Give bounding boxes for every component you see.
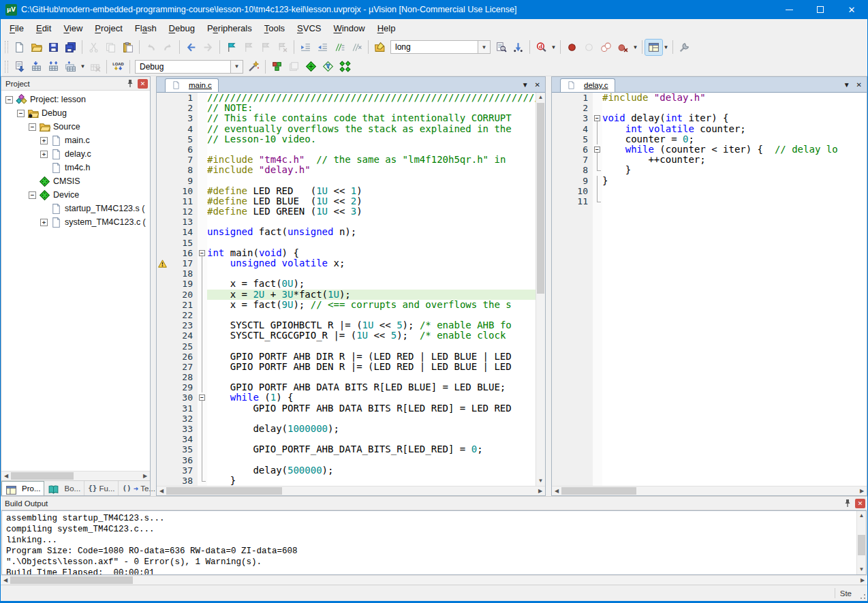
- target-combobox-dropdown-icon[interactable]: ▼: [230, 60, 243, 74]
- nav-forward-icon[interactable]: [200, 40, 217, 55]
- scroll-up-icon[interactable]: ▲: [536, 93, 545, 102]
- code-line[interactable]: 4 int volatile counter;: [552, 124, 867, 134]
- expand-icon[interactable]: +: [40, 151, 48, 158]
- editor-main-hscrollbar[interactable]: ◀ ▶: [157, 486, 545, 495]
- code-line[interactable]: 26 GPIO_PORTF_AHB_DIR_R |= (LED_RED | LE…: [157, 352, 536, 362]
- scroll-down-icon[interactable]: ▼: [857, 565, 866, 574]
- nav-back-icon[interactable]: [183, 40, 200, 55]
- resize-grip[interactable]: [856, 585, 867, 601]
- code-line[interactable]: 31 GPIO_PORTF_AHB_DATA_BITS_R[LED_RED] =…: [157, 403, 536, 414]
- minimize-button[interactable]: [773, 0, 805, 19]
- rebuild-icon[interactable]: [45, 59, 62, 74]
- code-line[interactable]: 5 counter = 0;: [552, 134, 867, 144]
- code-line[interactable]: 30− while (1) {: [157, 392, 536, 403]
- code-text[interactable]: SYSCTL_GPIOHBCTL_R |= (1U << 5); /* enab…: [207, 320, 536, 330]
- panel-tab-project[interactable]: Pro...: [1, 481, 44, 495]
- code-line[interactable]: 34: [157, 434, 536, 444]
- panel-tab-functions[interactable]: {}Fu...: [84, 481, 119, 495]
- code-line[interactable]: 3// This file contains code that intenti…: [157, 113, 536, 123]
- panel-splitter[interactable]: [151, 76, 156, 496]
- options-wand-icon[interactable]: [245, 59, 262, 74]
- code-text[interactable]: [602, 103, 867, 113]
- expand-icon[interactable]: +: [40, 137, 48, 144]
- bookmark-next-icon[interactable]: [257, 40, 274, 55]
- indent-icon[interactable]: [297, 40, 314, 55]
- configure-icon[interactable]: [676, 40, 693, 55]
- menu-item-project[interactable]: Project: [89, 21, 128, 35]
- stop-build-icon[interactable]: [87, 59, 104, 74]
- code-line[interactable]: 4// eventually overflows the stack as ex…: [157, 124, 536, 134]
- build-output-close-icon[interactable]: ✕: [855, 499, 865, 508]
- code-text[interactable]: SYSCTL_RCGCGPIO_R |= (1U << 5); /* enabl…: [207, 330, 536, 341]
- manage-rte-icon[interactable]: [268, 59, 285, 74]
- code-text[interactable]: [207, 268, 536, 279]
- code-text[interactable]: x = fact(9U); // <== corrupts and overfl…: [207, 300, 536, 310]
- code-line[interactable]: 6− while (counter < iter) { // delay lo: [552, 144, 867, 155]
- code-line[interactable]: 16−int main(void) {: [157, 248, 536, 258]
- code-line[interactable]: 7#include "tm4c.h" // the same as "lm4f1…: [157, 155, 536, 165]
- undo-icon[interactable]: [142, 40, 159, 55]
- scroll-left-icon[interactable]: ◀: [1, 576, 10, 585]
- goto-ref-icon[interactable]: [510, 40, 527, 55]
- find-icon[interactable]: [493, 40, 510, 55]
- editor-splitter[interactable]: [546, 76, 551, 496]
- code-text[interactable]: void delay(int iter) {: [602, 113, 867, 123]
- scroll-left-icon[interactable]: ◀: [157, 486, 166, 496]
- fold-collapse-icon[interactable]: −: [593, 144, 602, 155]
- find-in-files-icon[interactable]: [371, 40, 388, 55]
- save-all-icon[interactable]: [62, 40, 79, 55]
- code-line[interactable]: 24 SYSCTL_RCGCGPIO_R |= (1U << 5); /* en…: [157, 330, 536, 341]
- tree-item[interactable]: −startup_TM4C123.s (: [1, 202, 150, 215]
- code-line[interactable]: 21 x = fact(9U); // <== corrupts and ove…: [157, 300, 536, 310]
- code-text[interactable]: delay(1000000);: [207, 424, 536, 434]
- code-text[interactable]: counter = 0;: [602, 134, 867, 144]
- code-line[interactable]: 25: [157, 341, 536, 352]
- code-line[interactable]: 35 GPIO_PORTF_AHB_DATA_BITS_R[LED_RED] =…: [157, 444, 536, 454]
- code-text[interactable]: [207, 238, 536, 248]
- scroll-thumb[interactable]: [11, 472, 74, 480]
- cut-icon[interactable]: [85, 40, 102, 55]
- code-line[interactable]: 11: [552, 196, 867, 206]
- scroll-down-icon[interactable]: ▼: [536, 476, 545, 486]
- new-file-icon[interactable]: [11, 40, 28, 55]
- build-output-vscrollbar[interactable]: ▲ ▼: [856, 511, 866, 574]
- window-layout-icon[interactable]: [645, 40, 662, 55]
- code-text[interactable]: #include "tm4c.h" // the same as "lm4f12…: [207, 155, 536, 165]
- code-line[interactable]: 32: [157, 414, 536, 424]
- tab-close-icon[interactable]: ✕: [856, 81, 862, 89]
- dropdown-arrow-icon[interactable]: ▼: [632, 40, 639, 55]
- menu-item-file[interactable]: File: [3, 21, 30, 35]
- menu-item-view[interactable]: View: [57, 21, 89, 35]
- collapse-icon[interactable]: −: [17, 110, 25, 117]
- tree-item[interactable]: +system_TM4C123.c (: [1, 215, 150, 229]
- tree-item[interactable]: −Debug: [1, 106, 150, 120]
- bp-toggle-icon[interactable]: [563, 40, 580, 55]
- scroll-thumb[interactable]: [166, 487, 282, 495]
- pack-installer-icon[interactable]: [303, 59, 320, 74]
- code-line[interactable]: 8#include "delay.h": [157, 165, 536, 175]
- menu-item-edit[interactable]: Edit: [30, 21, 57, 35]
- code-text[interactable]: [207, 176, 536, 186]
- translate-icon[interactable]: [11, 59, 28, 74]
- tab-main-c[interactable]: main.c: [165, 78, 219, 92]
- code-line[interactable]: 22: [157, 310, 536, 320]
- code-line[interactable]: 15: [157, 238, 536, 248]
- code-line[interactable]: 29 GPIO_PORTF_AHB_DATA_BITS_R[LED_BLUE] …: [157, 382, 536, 392]
- code-text[interactable]: while (counter < iter) { // delay lo: [602, 144, 867, 155]
- code-text[interactable]: #define LED_BLUE (1U << 2): [207, 196, 536, 206]
- code-line[interactable]: 12#define LED_GREEN (1U << 3): [157, 206, 536, 217]
- code-text[interactable]: x = fact(0U);: [207, 279, 536, 289]
- fold-collapse-icon[interactable]: −: [198, 248, 207, 258]
- bp-disable-icon[interactable]: [580, 40, 598, 55]
- code-text[interactable]: unsigned volatile x;: [207, 258, 536, 268]
- code-line[interactable]: 5// Lesson-10 video.: [157, 134, 536, 144]
- code-text[interactable]: int volatile counter;: [602, 124, 867, 134]
- code-line[interactable]: 14unsigned fact(unsigned n);: [157, 227, 536, 237]
- save-icon[interactable]: [45, 40, 62, 55]
- build-output-hscrollbar[interactable]: ◀ ▶: [1, 575, 867, 585]
- editor-main-vscrollbar[interactable]: ▲ ▼: [536, 93, 545, 486]
- maximize-button[interactable]: [805, 0, 836, 19]
- panel-tab-books[interactable]: Bo...: [44, 481, 84, 495]
- code-text[interactable]: }: [602, 165, 867, 175]
- select-packs-icon[interactable]: [320, 59, 337, 74]
